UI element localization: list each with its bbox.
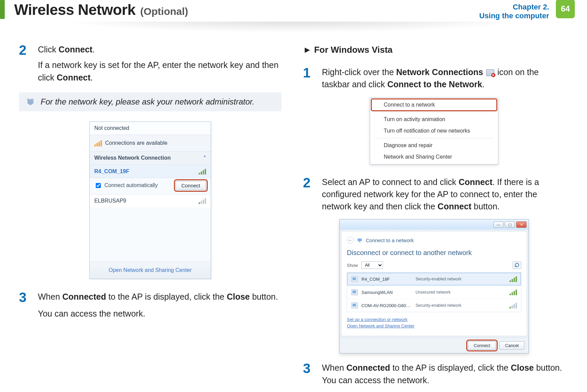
breadcrumb: ← Connect to a network bbox=[347, 235, 521, 247]
show-label: Show bbox=[347, 263, 358, 268]
ap-row-selected[interactable]: R4_COM_19F bbox=[90, 165, 211, 178]
step-3: 3 When Connected to the AP is displayed,… bbox=[19, 291, 281, 320]
ap-name: ELBRUSAP9 bbox=[94, 198, 126, 204]
step-number: 2 bbox=[19, 43, 31, 84]
ctx-activity-animation[interactable]: Turn on activity animation bbox=[371, 114, 497, 125]
network-security: Unsecured network bbox=[415, 290, 506, 295]
chapter-line2: Using the computer bbox=[479, 11, 549, 20]
connect-button[interactable]: Connect bbox=[176, 181, 206, 190]
page-number-badge: 64 bbox=[556, 0, 575, 18]
network-security: Security-enabled network bbox=[415, 277, 506, 281]
network-device-icon bbox=[351, 276, 358, 282]
ctx-connect-to-network[interactable]: Connect to a network bbox=[371, 99, 497, 111]
open-sharing-center-link[interactable]: Open Network and Sharing Center bbox=[347, 323, 521, 328]
show-filter-row: Show All bbox=[347, 261, 521, 269]
note-box: For the network key, please ask your net… bbox=[19, 92, 281, 111]
close-button[interactable]: ✕ bbox=[516, 222, 526, 228]
ctx-turn-off-notifications[interactable]: Turn off notification of new networks bbox=[371, 125, 497, 137]
flyout-status: Not connected bbox=[90, 122, 211, 135]
menu-separator bbox=[374, 138, 494, 138]
note-text: For the network key, please ask your net… bbox=[41, 97, 254, 107]
flyout-available-text: Connections are available bbox=[105, 140, 167, 146]
context-menu: Connect to a network Turn on activity an… bbox=[370, 97, 498, 164]
titlebar: — ▢ ✕ bbox=[340, 220, 528, 230]
page-header: Wireless Network (Optional) Chapter 2. U… bbox=[0, 0, 587, 20]
ctx-sharing-center[interactable]: Network and Sharing Center bbox=[371, 151, 497, 163]
step-number: 3 bbox=[303, 362, 315, 386]
signal-bars-icon bbox=[199, 168, 206, 175]
flyout-empty-area bbox=[90, 207, 211, 261]
auto-connect-row: Connect automatically Connect bbox=[90, 178, 211, 194]
setup-connection-link[interactable]: Set up a connection or network bbox=[347, 317, 521, 322]
step-3-vista: 3 When Connected to the AP is displayed,… bbox=[303, 362, 566, 386]
step-2-vista: 2 Select an AP to connect to and click C… bbox=[303, 176, 566, 213]
svg-rect-3 bbox=[100, 140, 102, 146]
note-icon bbox=[26, 97, 35, 107]
chapter-line1: Chapter 2. bbox=[479, 3, 549, 11]
maximize-button[interactable]: ▢ bbox=[505, 222, 515, 228]
svg-rect-4 bbox=[358, 238, 362, 241]
network-row[interactable]: SamsungWLAN Unsecured network bbox=[347, 285, 521, 299]
step-1-vista: 1 Right-click over the Network Connectio… bbox=[303, 66, 566, 91]
network-name: COM-AV-RG2000-G60… bbox=[361, 303, 412, 308]
minimize-button[interactable]: — bbox=[493, 222, 503, 228]
svg-rect-1 bbox=[96, 143, 98, 146]
menu-separator bbox=[374, 112, 494, 112]
svg-rect-5 bbox=[359, 241, 360, 242]
page-subtitle: (Optional) bbox=[140, 6, 188, 17]
network-row[interactable]: R4_COM_18F Security-enabled network bbox=[347, 273, 521, 285]
flyout-available: Connections are available bbox=[90, 135, 211, 151]
signal-icon bbox=[94, 140, 102, 146]
ctx-diagnose[interactable]: Diagnose and repair bbox=[371, 140, 497, 151]
network-connections-icon bbox=[486, 69, 494, 76]
chapter-label: Chapter 2. Using the computer bbox=[479, 0, 549, 20]
connect-button[interactable]: Connect bbox=[468, 341, 496, 350]
step2-text: Select an AP to connect to and click Con… bbox=[322, 176, 566, 213]
step1-text: Right-click over the Network Connections… bbox=[322, 66, 566, 91]
breadcrumb-text: Connect to a network bbox=[366, 237, 414, 243]
network-row[interactable]: COM-AV-RG2000-G60… Security-enabled netw… bbox=[347, 299, 521, 312]
signal-bars-icon bbox=[510, 302, 517, 308]
svg-rect-2 bbox=[98, 142, 100, 146]
left-column: 2 Click Connect. If a network key is set… bbox=[19, 43, 281, 392]
network-security: Security-enabled network bbox=[415, 303, 506, 308]
page-title: Wireless Network bbox=[14, 1, 135, 18]
open-sharing-center-link[interactable]: Open Network and Sharing Center bbox=[109, 267, 191, 273]
networks-list: R4_COM_18F Security-enabled network Sams… bbox=[347, 272, 521, 312]
show-dropdown[interactable]: All bbox=[361, 261, 383, 269]
back-arrow-icon[interactable]: ← bbox=[347, 237, 354, 244]
auto-connect-checkbox[interactable]: Connect automatically bbox=[94, 182, 158, 189]
ap-name: R4_COM_19F bbox=[94, 168, 129, 175]
auto-connect-input[interactable] bbox=[96, 183, 101, 188]
accent-bar bbox=[0, 0, 5, 19]
svg-rect-0 bbox=[94, 144, 96, 146]
signal-bars-icon bbox=[199, 198, 206, 204]
step-2: 2 Click Connect. If a network key is set… bbox=[19, 43, 281, 84]
vista-heading: ► For Windows Vista bbox=[303, 45, 566, 55]
wifi-flyout-window: Not connected Connections are available … bbox=[89, 121, 211, 279]
step3-text: When Connected to the AP is displayed, c… bbox=[322, 362, 566, 386]
network-icon bbox=[357, 237, 362, 243]
step3-line1: When Connected to the AP is displayed, c… bbox=[38, 291, 278, 303]
refresh-button[interactable] bbox=[513, 261, 521, 269]
connect-to-network-window: — ▢ ✕ ← Connect to a network Disconnect … bbox=[339, 219, 529, 353]
header-divider bbox=[11, 22, 576, 35]
window-heading: Disconnect or connect to another network bbox=[347, 249, 521, 257]
cancel-button[interactable]: Cancel bbox=[499, 341, 524, 350]
network-name: SamsungWLAN bbox=[361, 290, 412, 295]
right-column: ► For Windows Vista 1 Right-click over t… bbox=[303, 43, 566, 392]
step2-line1: Click Connect. bbox=[38, 43, 281, 55]
step-number: 3 bbox=[19, 291, 31, 320]
step2-line2: If a network key is set for the AP, ente… bbox=[38, 59, 281, 84]
flyout-section-header[interactable]: Wireless Network Connection ˄ bbox=[90, 151, 211, 165]
network-name: R4_COM_18F bbox=[361, 277, 412, 282]
network-device-icon bbox=[351, 289, 358, 295]
step3-line2: You can access the network. bbox=[38, 307, 278, 320]
signal-bars-icon bbox=[510, 289, 517, 295]
step-number: 2 bbox=[303, 176, 315, 213]
network-device-icon bbox=[351, 302, 358, 308]
ap-row[interactable]: ELBRUSAP9 bbox=[90, 194, 211, 207]
step-number: 1 bbox=[303, 66, 315, 91]
chevron-up-icon: ˄ bbox=[203, 155, 206, 161]
signal-bars-icon bbox=[510, 276, 517, 282]
